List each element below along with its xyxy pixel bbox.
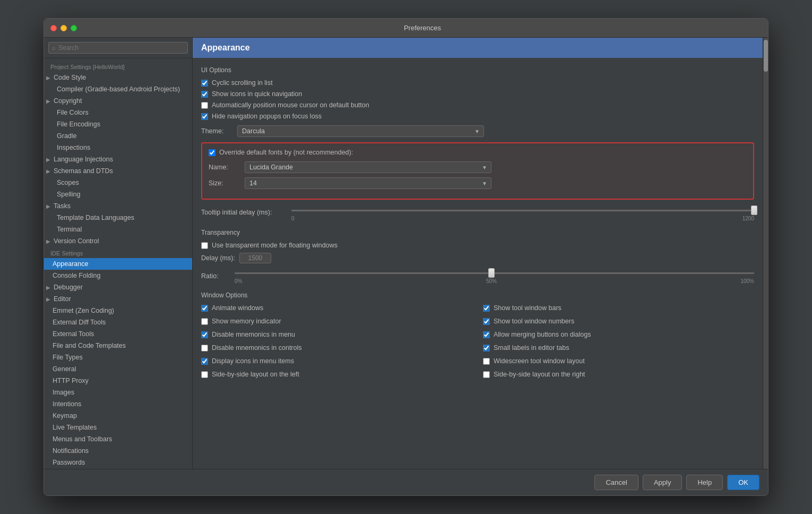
expand-arrow-icon: ▶ — [46, 75, 51, 81]
apply-button[interactable]: Apply — [643, 475, 683, 490]
traffic-lights — [50, 25, 77, 31]
font-size-select[interactable]: 10 11 12 13 14 15 16 18 — [245, 177, 491, 189]
sidebar-item-tasks[interactable]: ▶ Tasks — [44, 200, 192, 212]
sidebar-item-passwords[interactable]: Passwords — [44, 457, 192, 468]
display-icons-checkbox[interactable] — [201, 358, 208, 365]
sidebar-item-live-templates[interactable]: Live Templates — [44, 422, 192, 433]
sidebar-item-external-tools[interactable]: External Tools — [44, 328, 192, 340]
sidebar-item-appearance[interactable]: Appearance — [44, 258, 192, 270]
sidebar-item-label: Gradle — [57, 132, 77, 140]
scrollbar-thumb[interactable] — [764, 40, 768, 72]
show-tool-window-numbers-label: Show tool window numbers — [494, 318, 574, 325]
widescreen-label: Widescreen tool window layout — [494, 357, 585, 365]
sidebar-item-general[interactable]: General — [44, 363, 192, 375]
delay-input[interactable] — [239, 253, 271, 263]
sidebar-item-menus-toolbars[interactable]: Menus and Toolbars — [44, 433, 192, 445]
sidebar-item-gradle[interactable]: Gradle — [44, 130, 192, 142]
ide-settings-header: IDE Settings — [44, 247, 192, 258]
disable-mnemonics-controls-checkbox[interactable] — [201, 345, 208, 352]
sidebar-item-notifications[interactable]: Notifications — [44, 445, 192, 457]
disable-mnemonics-menu-checkbox[interactable] — [201, 331, 208, 338]
allow-merging-label: Allow merging buttons on dialogs — [494, 331, 591, 338]
sidebar-item-label: Schemas and DTDs — [54, 167, 113, 175]
transparency-label: Transparency — [201, 229, 754, 236]
auto-position-checkbox[interactable] — [201, 102, 208, 109]
sidebar-item-code-style[interactable]: ▶ Code Style — [44, 72, 192, 83]
font-name-select[interactable]: Lucida Grande Arial Helvetica Verdana Mo… — [245, 161, 491, 173]
sidebar-item-http-proxy[interactable]: HTTP Proxy — [44, 375, 192, 387]
sidebar-item-images[interactable]: Images — [44, 387, 192, 398]
content-scroll[interactable]: UI Options Cyclic scrolling in list Show… — [193, 58, 763, 469]
sidebar-item-file-and-code-templates[interactable]: File and Code Templates — [44, 340, 192, 352]
maximize-button[interactable] — [71, 25, 77, 31]
checkbox-show-tool-window-numbers: Show tool window numbers — [483, 318, 754, 325]
cyclic-scrolling-checkbox[interactable] — [201, 80, 208, 87]
sidebar-item-keymap[interactable]: Keymap — [44, 410, 192, 422]
show-icons-checkbox[interactable] — [201, 91, 208, 98]
sidebar-item-editor[interactable]: ▶ Editor — [44, 293, 192, 305]
sidebar-item-label: Spelling — [57, 191, 80, 198]
show-memory-checkbox[interactable] — [201, 318, 208, 325]
preferences-window: Preferences ⌕ Project Settings [HelloWor… — [44, 18, 768, 496]
expand-arrow-icon: ▶ — [46, 203, 51, 209]
show-tool-window-numbers-checkbox[interactable] — [483, 318, 490, 325]
sidebar-item-emmet[interactable]: Emmet (Zen Coding) — [44, 305, 192, 316]
sidebar-item-terminal[interactable]: Terminal — [44, 224, 192, 235]
search-input-wrapper[interactable]: ⌕ — [48, 42, 188, 54]
sidebar-item-version-control[interactable]: ▶ Version Control — [44, 235, 192, 247]
sidebar-item-file-types[interactable]: File Types — [44, 352, 192, 363]
sidebar-item-label: Terminal — [57, 226, 82, 233]
scrollbar[interactable] — [763, 38, 768, 469]
sidebar-item-label: Debugger — [54, 284, 83, 291]
sidebar-item-scopes[interactable]: Scopes — [44, 177, 192, 189]
sidebar-item-spelling[interactable]: Spelling — [44, 189, 192, 200]
sidebar-item-copyright[interactable]: ▶ Copyright — [44, 95, 192, 107]
sidebar-item-file-colors[interactable]: File Colors — [44, 107, 192, 118]
search-icon: ⌕ — [52, 45, 56, 51]
help-button[interactable]: Help — [686, 475, 723, 490]
side-by-side-left-checkbox[interactable] — [201, 371, 208, 378]
sidebar-item-file-encodings[interactable]: File Encodings — [44, 118, 192, 130]
ok-button[interactable]: OK — [727, 475, 759, 490]
cancel-button[interactable]: Cancel — [594, 475, 638, 490]
hide-nav-checkbox[interactable] — [201, 113, 208, 120]
sidebar-item-debugger[interactable]: ▶ Debugger — [44, 281, 192, 293]
main-content: ⌕ Project Settings [HelloWorld] ▶ Code S… — [44, 38, 768, 469]
sidebar-item-inspections[interactable]: Inspections — [44, 142, 192, 153]
small-labels-label: Small labels in editor tabs — [494, 344, 569, 352]
sidebar-item-label: File Colors — [57, 109, 89, 116]
sidebar-item-console-folding[interactable]: Console Folding — [44, 270, 192, 281]
window-options-checkboxes: Animate windows Show tool window bars Sh… — [201, 304, 754, 382]
small-labels-checkbox[interactable] — [483, 345, 490, 352]
sidebar-item-label: Scopes — [57, 179, 79, 186]
theme-select-wrapper: Darcula Default High contrast ▼ — [237, 125, 484, 137]
sidebar-item-schemas-dtds[interactable]: ▶ Schemas and DTDs — [44, 165, 192, 177]
widescreen-checkbox[interactable] — [483, 358, 490, 365]
sidebar-item-label: Console Folding — [53, 272, 100, 279]
search-input[interactable] — [58, 44, 184, 52]
minimize-button[interactable] — [61, 25, 67, 31]
sidebar-item-label: Images — [53, 389, 74, 396]
sidebar-item-template-data-languages[interactable]: Template Data Languages — [44, 212, 192, 224]
sidebar-item-language-injections[interactable]: ▶ Language Injections — [44, 153, 192, 165]
sidebar-item-label: HTTP Proxy — [53, 377, 89, 384]
override-title-row: Override default fonts by (not recommend… — [209, 149, 747, 156]
tooltip-slider-labels: 0 1200 — [291, 216, 754, 221]
allow-merging-checkbox[interactable] — [483, 331, 490, 338]
override-fonts-checkbox[interactable] — [209, 149, 215, 156]
animate-windows-checkbox[interactable] — [201, 305, 208, 312]
sidebar-item-intentions[interactable]: Intentions — [44, 398, 192, 410]
theme-select[interactable]: Darcula Default High contrast — [237, 125, 484, 137]
sidebar-item-compiler[interactable]: Compiler (Gradle-based Android Projects) — [44, 83, 192, 95]
sidebar-item-label: Code Style — [54, 74, 86, 81]
show-tool-window-bars-checkbox[interactable] — [483, 305, 490, 312]
transparent-mode-checkbox[interactable] — [201, 242, 208, 249]
search-bar: ⌕ — [44, 38, 192, 58]
close-button[interactable] — [50, 25, 57, 31]
sidebar-item-external-diff-tools[interactable]: External Diff Tools — [44, 316, 192, 328]
sidebar-item-label: File and Code Templates — [53, 342, 126, 349]
show-memory-label: Show memory indicator — [212, 318, 281, 325]
checkbox-small-labels: Small labels in editor tabs — [483, 344, 754, 352]
transparent-mode-row: Use transparent mode for floating window… — [201, 242, 754, 249]
side-by-side-right-checkbox[interactable] — [483, 371, 490, 378]
